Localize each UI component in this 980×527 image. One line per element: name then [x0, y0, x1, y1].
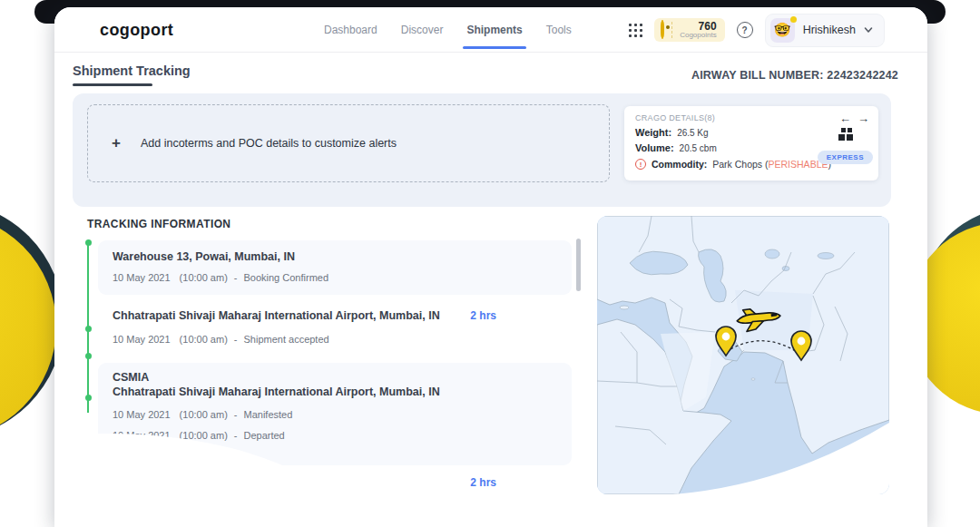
- express-badge: EXPRESS: [818, 151, 873, 164]
- arrow-left-icon[interactable]: ←: [839, 112, 851, 125]
- plus-icon: +: [112, 134, 121, 152]
- event-date: 10 May 2021: [113, 272, 171, 283]
- nav-links: Dashboard Discover Shipments Tools: [324, 7, 572, 53]
- apps-grid-icon[interactable]: [629, 24, 642, 37]
- cargo-details-title: CRAGO DETAILS(8): [635, 113, 867, 122]
- add-incoterms-button[interactable]: + Add incoterms and POC details to custo…: [87, 104, 610, 182]
- top-navbar: cogoport Dashboard Discover Shipments To…: [54, 7, 927, 53]
- next-leg-duration: 2 hrs: [442, 476, 496, 489]
- event-status: Departed: [243, 430, 284, 441]
- event-location-code: CSMIA: [113, 371, 557, 384]
- meta-separator: -: [234, 409, 238, 420]
- weight-label: Weight:: [635, 127, 671, 138]
- alert-strip: + Add incoterms and POC details to custo…: [73, 93, 891, 207]
- timeline-dot: [85, 395, 92, 401]
- meta-separator: -: [234, 430, 238, 441]
- nav-link-shipments[interactable]: Shipments: [466, 7, 522, 53]
- add-incoterms-label: Add incoterms and POC details to customi…: [141, 137, 397, 150]
- nav-link-discover[interactable]: Discover: [401, 7, 444, 53]
- points-column: 760 Cogopoints: [680, 21, 716, 40]
- commodity-label: Commodity:: [652, 159, 707, 170]
- world-map: [597, 216, 889, 494]
- leg-duration: 2 hrs: [442, 309, 496, 322]
- volume-value: 20.5 cbm: [680, 143, 717, 153]
- timeline-scrollbar[interactable]: [576, 239, 581, 291]
- event-location: Warehouse 13, Powai, Mumbai, IN: [113, 250, 557, 263]
- help-icon[interactable]: ?: [737, 22, 753, 38]
- commodity-value: Park Chops (PERISHABLE): [712, 159, 831, 170]
- chevron-down-icon: [864, 25, 873, 34]
- navbar-right-cluster: 760 Cogopoints ? 🤓 Hrishikesh: [629, 7, 885, 53]
- event-time: (10:00 am): [180, 334, 228, 345]
- event-time: (10:00 am): [180, 272, 228, 283]
- event-location: Chhatrapati Shivaji Maharaj Internationa…: [113, 309, 572, 322]
- timeline-dot: [85, 326, 92, 332]
- cargo-boxes-icon: [838, 128, 857, 143]
- tracking-event-card: Warehouse 13, Powai, Mumbai, IN 10 May 2…: [98, 240, 572, 295]
- event-date: 10 May 2021: [113, 334, 171, 345]
- event-status: Shipment accepted: [243, 334, 328, 345]
- user-name: Hrishikesh: [803, 24, 856, 36]
- perishable-warning-icon: !: [635, 159, 646, 170]
- timeline-dot: [85, 239, 92, 246]
- user-menu[interactable]: 🤓 Hrishikesh: [765, 14, 885, 47]
- arrow-right-icon[interactable]: →: [858, 112, 869, 125]
- meta-separator: -: [234, 334, 238, 345]
- event-time: (10:00 am): [180, 409, 228, 420]
- event-date: 10 May 2021: [113, 409, 171, 420]
- airway-bill-number: AIRWAY BILL NUMBER: 22423242242: [691, 69, 898, 82]
- event-meta: 10 May 2021 (10:00 am) - Manifested: [113, 409, 557, 420]
- timeline-dot: [85, 353, 92, 359]
- coin-icon: [661, 20, 664, 39]
- event-meta: 10 May 2021 (10:00 am) - Booking Confirm…: [113, 272, 557, 283]
- volume-label: Volume:: [635, 142, 674, 153]
- page-title: Shipment Tracking: [73, 63, 191, 86]
- weight-value: 26.5 Kg: [677, 128, 708, 138]
- nav-link-dashboard[interactable]: Dashboard: [324, 7, 377, 53]
- event-status: Manifested: [243, 409, 292, 420]
- event-meta: 10 May 2021 (10:00 am) - Shipment accept…: [113, 334, 572, 345]
- tracking-section-title: TRACKING INFORMATION: [87, 218, 230, 230]
- route-map[interactable]: [597, 216, 889, 494]
- event-status: Booking Confirmed: [243, 272, 328, 283]
- event-location: Chhatrapati Shivaji Maharaj Internationa…: [113, 385, 557, 398]
- cargo-details-card: CRAGO DETAILS(8) ← → Weight: 26.5 Kg Vol…: [624, 106, 878, 181]
- cargo-carousel-arrows: ← →: [839, 112, 869, 125]
- brand-logo[interactable]: cogoport: [100, 21, 173, 40]
- nav-link-tools[interactable]: Tools: [546, 7, 572, 53]
- meta-separator: -: [234, 272, 238, 283]
- cogopoints-pill[interactable]: 760 Cogopoints: [654, 18, 724, 43]
- main-window: cogoport Dashboard Discover Shipments To…: [54, 7, 927, 527]
- coin-icon-wrap: [661, 22, 672, 38]
- points-label: Cogopoints: [680, 32, 716, 39]
- tracking-event-row: Chhatrapati Shivaji Maharaj Internationa…: [113, 309, 572, 345]
- avatar: 🤓: [770, 18, 795, 43]
